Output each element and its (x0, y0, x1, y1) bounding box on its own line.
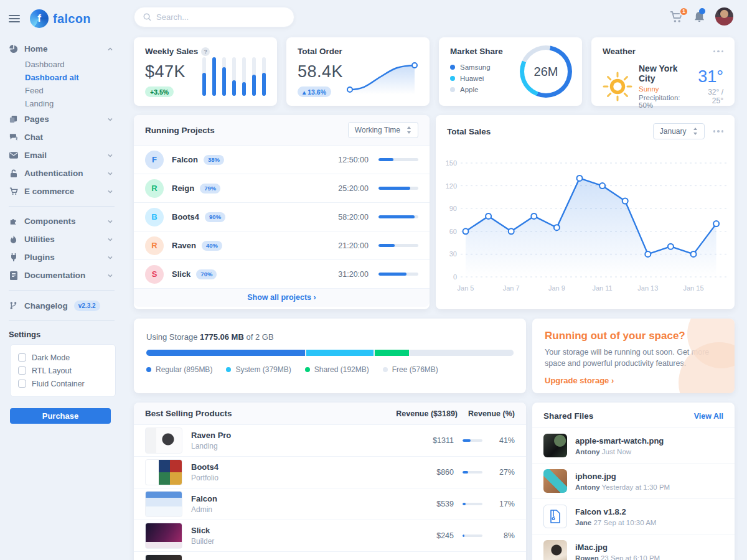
sidebar-item-dashboard[interactable]: Dashboard (9, 58, 125, 71)
sidebar-item-feed[interactable]: Feed (9, 84, 125, 97)
product-category: Builder (191, 537, 214, 546)
month-select[interactable]: January (653, 123, 705, 139)
sidebar-item-chat[interactable]: Chat (9, 128, 125, 146)
file-row: iphone.jpg Antony Yesterday at 1:30 PM (532, 463, 735, 498)
project-progress-bar (378, 273, 418, 276)
sidebar-item-ecommerce[interactable]: E commerce (9, 182, 125, 200)
file-name[interactable]: Falcon v1.8.2 (575, 507, 656, 516)
sidebar-item-dashboard-alt[interactable]: Dashboard alt (9, 71, 125, 84)
svg-text:Jan 11: Jan 11 (592, 284, 612, 292)
legend-dot (305, 367, 310, 372)
weather-card: Weather New York City Sunny Precipitatio… (591, 37, 735, 106)
product-name[interactable]: Slick (191, 526, 214, 535)
file-name[interactable]: apple-smart-watch.png (575, 436, 664, 446)
project-name[interactable]: Raven (172, 241, 196, 250)
product-thumbnail (145, 554, 182, 560)
upgrade-storage-link[interactable]: Upgrade storage › (545, 376, 614, 385)
product-name[interactable]: Falcon (191, 494, 217, 503)
svg-text:60: 60 (449, 228, 457, 235)
card-title: Shared Files (543, 411, 593, 421)
working-time-select[interactable]: Working Time (348, 122, 418, 138)
project-name[interactable]: Slick (172, 269, 190, 279)
project-name[interactable]: Reign (172, 184, 194, 193)
file-row: apple-smart-watch.png Antony Just Now (532, 427, 735, 463)
sidebar-item-changelog[interactable]: Changelog v2.3.2 (9, 296, 125, 315)
file-name[interactable]: iphone.jpg (575, 472, 670, 481)
hamburger-menu-icon[interactable] (9, 13, 20, 24)
project-time: 21:20:00 (338, 241, 369, 250)
sidebar-divider (9, 206, 115, 207)
fluid-container-toggle[interactable]: Fluid Container (18, 377, 108, 390)
project-name[interactable]: Boots4 (172, 212, 199, 222)
project-row: B Boots4 90% 58:20:00 (134, 203, 430, 231)
project-progress-bar (378, 187, 418, 190)
purchase-button[interactable]: Purchase (10, 408, 111, 424)
revenue-column-header: Revenue ($3189) (364, 409, 458, 418)
product-row: Falcon Admin $539 17% (134, 488, 526, 520)
code-branch-icon (9, 301, 18, 310)
svg-text:150: 150 (446, 159, 457, 167)
user-avatar[interactable] (715, 7, 733, 26)
project-name[interactable]: Falcon (172, 155, 198, 164)
card-title: Weekly Sales? (145, 47, 266, 56)
help-icon[interactable]: ? (201, 47, 210, 56)
cart-button[interactable]: 1 (670, 11, 684, 23)
svg-text:Jan 5: Jan 5 (458, 284, 474, 292)
fire-icon (9, 235, 18, 244)
sidebar-item-components[interactable]: Components (9, 212, 125, 230)
market-share-donut: 26M (520, 45, 572, 98)
search-bar[interactable] (134, 7, 294, 27)
sidebar-item-home[interactable]: Home (9, 40, 125, 58)
legend-label: Free (576MB) (392, 365, 438, 374)
file-time: Just Now (602, 448, 631, 455)
sidebar-item-authentication[interactable]: Authentication (9, 164, 125, 182)
file-row: iMac.jpg Rowen 23 Sep at 6:10 PM (532, 534, 735, 560)
storage-legend: Regular (895MB) System (379MB) Shared (1… (146, 365, 514, 374)
more-options-icon[interactable] (713, 130, 724, 133)
legend-label: System (379MB) (235, 365, 291, 374)
product-price: $860 (416, 468, 454, 477)
select-value: January (660, 127, 687, 136)
legend-label: Samsung (460, 63, 491, 71)
file-user: Jane (575, 519, 591, 526)
nav-label: Components (24, 217, 76, 226)
product-thumbnail (145, 459, 182, 485)
view-all-link[interactable]: View All (694, 412, 723, 421)
project-progress-bar (378, 158, 418, 161)
weather-condition: Sunny (639, 85, 691, 93)
product-thumbnail (145, 523, 182, 549)
logo-text: falcon (53, 12, 91, 26)
product-name[interactable]: Boots4 (191, 462, 218, 472)
product-price: $245 (416, 531, 454, 540)
notifications-button[interactable] (693, 11, 705, 23)
app-logo[interactable]: f falcon (30, 9, 91, 28)
rtl-layout-toggle[interactable]: RTL Layout (18, 364, 108, 377)
file-name[interactable]: iMac.jpg (575, 543, 660, 552)
project-row: S Slick 70% 31:20:00 (134, 260, 430, 289)
checkbox-icon[interactable] (18, 380, 26, 388)
weekly-sales-card: Weekly Sales? $47K +3.5% (134, 37, 277, 106)
svg-text:90: 90 (449, 205, 457, 212)
sidebar-item-pages[interactable]: Pages (9, 110, 125, 128)
show-all-projects-link[interactable]: Show all projects › (134, 289, 430, 307)
storage-card: Using Storage 1775.06 MB of 2 GB Regular… (134, 319, 526, 393)
search-input[interactable] (156, 12, 285, 22)
card-title: Best Selling Products (145, 409, 364, 418)
project-avatar: R (145, 236, 164, 255)
book-icon (9, 271, 18, 280)
sidebar-item-landing[interactable]: Landing (9, 97, 125, 110)
sidebar-item-utilities[interactable]: Utilities (9, 230, 125, 248)
sidebar-item-plugins[interactable]: Plugins (9, 248, 125, 266)
product-name[interactable]: Raven Pro (191, 431, 231, 440)
legend-label: Apple (460, 86, 478, 93)
checkbox-icon[interactable] (18, 353, 26, 362)
file-thumbnail (543, 540, 567, 560)
sun-icon (603, 72, 632, 101)
product-pct: 17% (490, 500, 515, 508)
nav-label: Documentation (24, 271, 85, 280)
sidebar-item-email[interactable]: Email (9, 146, 125, 164)
checkbox-icon[interactable] (18, 366, 26, 375)
more-options-icon[interactable] (713, 50, 724, 53)
dark-mode-toggle[interactable]: Dark Mode (18, 351, 108, 364)
sidebar-item-documentation[interactable]: Documentation (9, 266, 125, 284)
